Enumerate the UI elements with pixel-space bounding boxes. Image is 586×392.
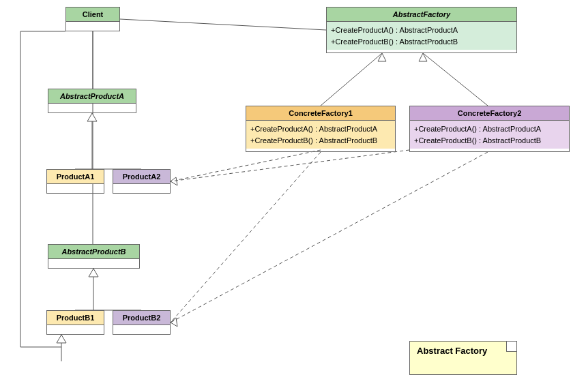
- svg-marker-6: [419, 53, 427, 61]
- concrete-factory2-header: ConcreteFactory2: [410, 106, 569, 121]
- note-label: Abstract Factory: [417, 346, 487, 356]
- product-a2-box: ProductA2: [113, 169, 171, 194]
- product-b1-header: ProductB1: [47, 311, 104, 325]
- svg-marker-10: [87, 113, 97, 121]
- cf2-method2: +CreateProductB() : AbstractProductB: [414, 135, 565, 147]
- concrete-factory1-body: +CreateProductA() : AbstractProductA +Cr…: [246, 121, 395, 149]
- svg-marker-19: [171, 318, 177, 327]
- product-b1-box: ProductB1: [46, 310, 104, 335]
- abstract-factory-method2: +CreateProductB() : AbstractProductB: [331, 36, 512, 48]
- abstract-product-a-box: AbstractProductA: [48, 89, 136, 113]
- concrete-factory1-header: ConcreteFactory1: [246, 106, 395, 121]
- abstract-factory-box: AbstractFactory +CreateProductA() : Abst…: [326, 7, 517, 53]
- svg-marker-22: [57, 335, 66, 343]
- abstract-product-b-box: AbstractProductB: [48, 244, 140, 269]
- abstract-factory-body: +CreateProductA() : AbstractProductA +Cr…: [327, 22, 516, 50]
- diagram-container: Client AbstractFactory +CreateProductA()…: [0, 0, 586, 392]
- cf1-method2: +CreateProductB() : AbstractProductB: [250, 135, 391, 147]
- svg-marker-4: [378, 53, 386, 61]
- svg-marker-16: [171, 177, 177, 185]
- product-a2-header: ProductA2: [113, 170, 170, 184]
- svg-line-18: [171, 152, 321, 322]
- concrete-factory2-body: +CreateProductA() : AbstractProductA +Cr…: [410, 121, 569, 149]
- product-a1-header: ProductA1: [47, 170, 104, 184]
- client-header: Client: [66, 7, 119, 22]
- svg-line-20: [171, 152, 488, 322]
- svg-line-0: [120, 19, 326, 30]
- product-a1-box: ProductA1: [46, 169, 104, 194]
- abstract-product-b-header: AbstractProductB: [48, 245, 139, 259]
- concrete-factory1-box: ConcreteFactory1 +CreateProductA() : Abs…: [246, 106, 396, 152]
- svg-line-5: [423, 53, 488, 106]
- svg-marker-14: [89, 269, 98, 277]
- svg-line-3: [321, 53, 382, 106]
- abstract-factory-method1: +CreateProductA() : AbstractProductA: [331, 25, 512, 36]
- client-box: Client: [65, 7, 120, 31]
- svg-line-17: [171, 150, 409, 181]
- cf1-method1: +CreateProductA() : AbstractProductA: [250, 123, 391, 135]
- cf2-method1: +CreateProductA() : AbstractProductA: [414, 123, 565, 135]
- product-b2-box: ProductB2: [113, 310, 171, 335]
- abstract-product-a-header: AbstractProductA: [48, 89, 136, 104]
- product-b2-header: ProductB2: [113, 311, 170, 325]
- concrete-factory2-box: ConcreteFactory2 +CreateProductA() : Abs…: [409, 106, 570, 152]
- note-box: Abstract Factory: [409, 341, 517, 375]
- abstract-factory-header: AbstractFactory: [327, 7, 516, 22]
- svg-line-15: [171, 150, 321, 181]
